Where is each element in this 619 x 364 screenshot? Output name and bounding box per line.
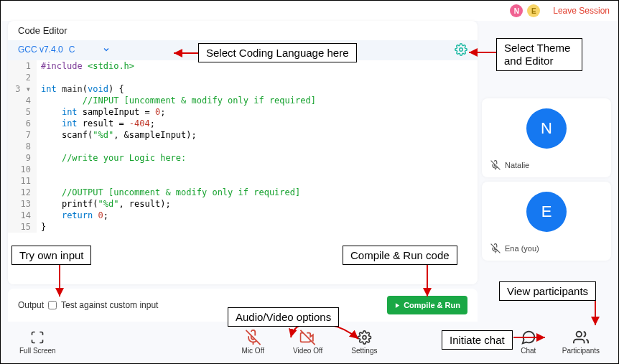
code-line[interactable]: 4 //INPUT [uncomment & modify only if re… [8,95,478,106]
participant-card-natalie: N Natalie [482,98,611,177]
avatar-badge-n: N [510,4,523,17]
leave-session-link[interactable]: Leave Session [553,6,610,16]
mic-off-icon [490,160,501,170]
code-line[interactable]: 9 //write your Logic here: [8,152,478,164]
participant-card-ena: E Ena (you) [482,182,611,261]
code-line[interactable]: 12 //OUTPUT [uncomment & modify only if … [8,187,478,198]
mic-off-icon [245,330,261,345]
svg-point-0 [460,48,463,52]
mic-button[interactable]: Mic Off [236,330,270,355]
participant-name: Natalie [505,161,529,169]
language-value: C [69,45,75,55]
code-line[interactable]: 13 printf("%d", result); [8,198,478,210]
participant-name: Ena (you) [505,244,539,253]
code-line[interactable]: 8 [8,141,478,152]
annotation-language: Select Coding Language here [198,43,357,62]
custom-input-label: Test against custom input [61,300,158,310]
code-line[interactable]: 5 int sampleInput = 0; [8,106,478,118]
fullscreen-icon [29,330,45,345]
svg-point-7 [576,331,581,336]
bottom-bar: Full Screen Mic Off Video Off Settings [8,325,611,359]
code-line[interactable]: 14 return 0; [8,210,478,221]
code-line[interactable]: 3 ▾int main(void) { [8,83,478,95]
participants-icon [573,330,589,345]
avatar: E [526,192,567,232]
annotation-compile: Compile & Run code [343,246,457,265]
svg-point-6 [363,335,366,339]
editor-title: Code Editor [8,21,478,40]
fullscreen-button[interactable]: Full Screen [14,330,62,355]
code-line[interactable]: 2 [8,72,478,83]
code-line[interactable]: 11 [8,175,478,187]
play-icon [394,302,401,309]
annotation-input: Try own input [11,246,91,265]
output-label: Output [18,300,44,310]
custom-input-checkbox[interactable] [48,301,57,309]
annotation-av: Audio/Video options [228,307,339,327]
avatar: N [526,108,567,149]
annotation-theme: Select Theme and Editor [496,38,582,71]
code-line[interactable]: 7 scanf("%d", &sampleInput); [8,129,478,141]
code-line[interactable]: 6 int result = -404; [8,118,478,129]
compiler-label: GCC v7.4.0 [18,45,63,55]
mic-off-icon [490,243,501,253]
annotation-chat: Initiate chat [442,330,513,350]
participants-button[interactable]: Participants [557,330,605,355]
code-line[interactable]: 15} [8,221,478,233]
chevron-down-icon [102,45,111,54]
avatar-badge-e: E [527,4,540,17]
annotation-participants: View participants [499,281,596,301]
language-select[interactable]: C [69,45,111,55]
code-line[interactable]: 10 [8,164,478,175]
svg-marker-1 [396,303,399,308]
top-bar: N E Leave Session [1,1,618,21]
